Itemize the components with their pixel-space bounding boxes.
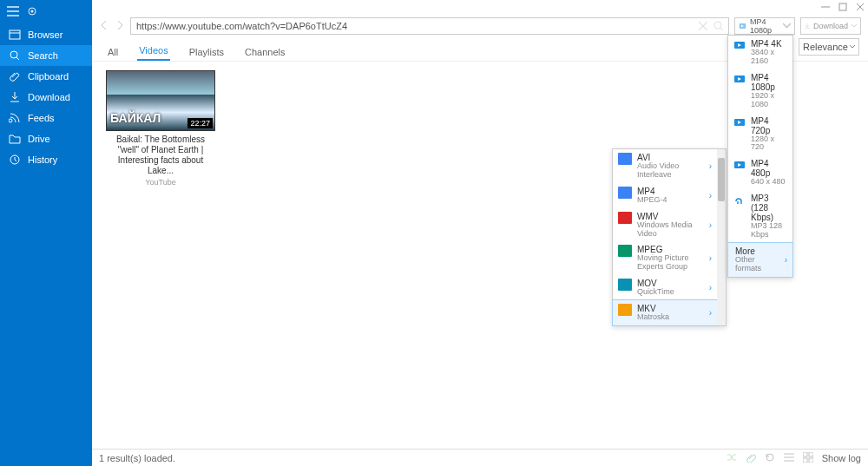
quality-more[interactable]: MoreOther formats›	[727, 242, 793, 278]
sidebar: BrowserSearchClipboardDownloadFeedsDrive…	[0, 0, 92, 466]
tab-playlists[interactable]: Playlists	[187, 43, 226, 61]
chevron-right-icon: ›	[709, 308, 712, 318]
history-icon	[9, 154, 21, 166]
format-icon	[618, 245, 632, 257]
clip-icon	[9, 70, 21, 82]
clear-url-icon[interactable]	[698, 21, 708, 33]
chevron-right-icon: ›	[709, 253, 712, 263]
tab-all[interactable]: All	[106, 43, 120, 61]
video-title: Baikal: The Bottomless "well" of Planet …	[106, 135, 215, 176]
quality-option[interactable]: MP4 4K3840 x 2160	[728, 36, 792, 69]
container-option-mpeg[interactable]: MPEGMoving Picture Experts Group›	[613, 241, 717, 275]
folder-icon	[9, 133, 21, 145]
quality-option[interactable]: MP4 480p640 x 480	[728, 155, 792, 190]
maximize-icon[interactable]	[838, 3, 847, 13]
chevron-right-icon: ›	[709, 220, 712, 230]
shuffle-icon[interactable]	[727, 452, 737, 464]
sidebar-item-label: Drive	[28, 134, 50, 144]
sidebar-item-browser[interactable]: Browser	[0, 24, 92, 45]
quality-option[interactable]: MP4 1080p1920 x 1080	[728, 69, 792, 113]
quality-dropdown: MP4 4K3840 x 2160MP4 1080p1920 x 1080MP4…	[727, 35, 793, 278]
chevron-right-icon: ›	[709, 191, 712, 200]
sidebar-item-search[interactable]: Search	[0, 45, 92, 66]
video-icon	[733, 159, 746, 171]
sidebar-item-label: Clipboard	[28, 71, 69, 82]
show-log-link[interactable]: Show log	[822, 453, 861, 463]
tab-videos[interactable]: Videos	[137, 42, 169, 61]
container-submenu: AVIAudio Video Interleave›MP4MPEG-4›WMVW…	[612, 148, 727, 326]
container-option-avi[interactable]: AVIAudio Video Interleave›	[613, 149, 717, 183]
chevron-right-icon: ›	[709, 283, 712, 292]
attach-icon[interactable]	[746, 452, 756, 464]
format-icon	[618, 304, 632, 316]
download-icon	[9, 91, 21, 103]
back-icon[interactable]	[99, 20, 109, 32]
scrollbar[interactable]	[717, 149, 726, 325]
quality-option[interactable]: MP4 720p1280 x 720	[728, 113, 792, 156]
sidebar-item-label: History	[28, 154, 57, 165]
tab-channels[interactable]: Channels	[243, 43, 286, 61]
refresh-icon[interactable]	[765, 452, 775, 464]
search-icon	[9, 49, 21, 62]
sidebar-item-drive[interactable]: Drive	[0, 128, 92, 149]
sidebar-item-clipboard[interactable]: Clipboard	[0, 66, 92, 87]
close-icon[interactable]	[856, 3, 865, 13]
svg-point-3	[10, 51, 17, 58]
svg-rect-9	[809, 452, 813, 456]
format-label: MP4 1080p	[750, 17, 779, 35]
video-duration: 22:27	[187, 118, 213, 128]
svg-rect-8	[803, 452, 807, 456]
chevron-right-icon: ›	[785, 255, 787, 265]
quality-option[interactable]: MP3 (128 Kbps)MP3 128 Kbps	[728, 190, 792, 243]
svg-rect-10	[803, 458, 807, 463]
settings-icon[interactable]	[26, 5, 38, 19]
thumb-overlay-text: БАЙКАЛ	[110, 111, 161, 125]
container-option-mp4[interactable]: MP4MPEG-4›	[613, 183, 717, 208]
svg-rect-11	[809, 458, 813, 463]
container-option-mov[interactable]: MOVQuickTime›	[613, 275, 717, 300]
forward-icon[interactable]	[115, 20, 125, 32]
minimize-icon[interactable]	[821, 3, 830, 13]
grid-view-icon[interactable]	[803, 452, 813, 464]
svg-point-1	[31, 10, 34, 13]
url-input[interactable]	[130, 17, 729, 35]
download-button[interactable]: Download	[800, 17, 861, 35]
status-text: 1 result(s) loaded.	[99, 453, 175, 463]
video-source: YouTube	[145, 178, 175, 187]
format-icon	[618, 187, 632, 199]
container-option-wmv[interactable]: WMVWindows Media Video›	[613, 208, 717, 242]
format-icon	[618, 212, 632, 224]
format-selector[interactable]: MP4 1080p	[734, 17, 795, 35]
window-icon	[9, 29, 21, 41]
video-icon	[733, 39, 746, 51]
video-thumbnail[interactable]: БАЙКАЛ 22:27	[106, 70, 215, 131]
menu-icon[interactable]	[7, 5, 19, 19]
list-view-icon[interactable]	[784, 452, 794, 464]
sidebar-item-feeds[interactable]: Feeds	[0, 108, 92, 128]
container-option-mkv[interactable]: MKVMatroska›	[612, 299, 718, 326]
video-icon	[733, 73, 746, 85]
audio-icon	[733, 194, 746, 206]
svg-point-6	[714, 22, 721, 29]
main-area: MP4 1080p Download Sort: Relevance AllVi…	[92, 0, 868, 466]
statusbar: 1 result(s) loaded. Show log	[92, 449, 868, 466]
rss-icon	[9, 112, 21, 124]
sidebar-item-history[interactable]: History	[0, 149, 92, 170]
titlebar	[92, 0, 868, 16]
search-url-icon[interactable]	[713, 21, 724, 33]
download-label: Download	[813, 22, 848, 30]
sidebar-item-label: Browser	[28, 30, 62, 40]
sidebar-item-label: Feeds	[28, 113, 55, 123]
scroll-thumb[interactable]	[718, 158, 725, 201]
format-icon	[618, 153, 632, 165]
svg-rect-2	[10, 30, 20, 39]
chevron-right-icon: ›	[709, 161, 712, 171]
sidebar-item-label: Search	[28, 50, 58, 61]
video-icon	[733, 116, 746, 128]
sidebar-item-download[interactable]: Download	[0, 87, 92, 108]
sort-selector[interactable]: Relevance	[799, 38, 859, 56]
sidebar-item-label: Download	[28, 92, 70, 102]
svg-rect-5	[839, 3, 846, 10]
format-icon	[618, 279, 632, 291]
video-card[interactable]: БАЙКАЛ 22:27 Baikal: The Bottomless "wel…	[106, 70, 215, 187]
